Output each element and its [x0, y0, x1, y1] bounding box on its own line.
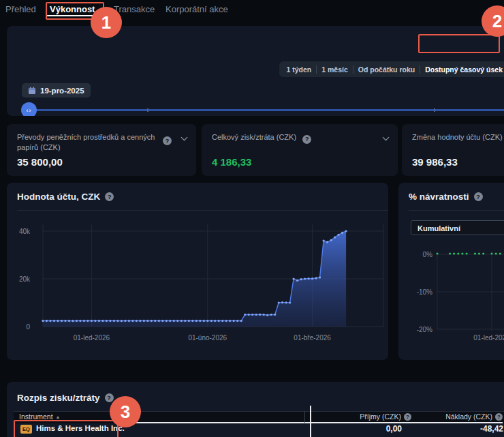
- help-icon[interactable]: ?: [495, 413, 503, 421]
- equity-badge: EQ: [20, 425, 32, 434]
- pnl-table-title-text: Rozpis zisku/ztráty: [17, 393, 100, 403]
- pnl-table-title: Rozpis zisku/ztráty ?: [17, 393, 114, 403]
- summary-card-label-text: Změna hodnoty účtu (CZK): [412, 133, 503, 141]
- summary-card-account-change: Změna hodnoty účtu (CZK) ? 39 986,33: [402, 124, 504, 176]
- range-available-period[interactable]: Dostupný časový úsek: [420, 65, 504, 74]
- column-header-label: Náklady (CZK): [445, 412, 492, 421]
- account-value-chart-card: Hodnota účtu, CZK ? 020k40k01-led-202601…: [7, 183, 388, 360]
- chevron-down-icon[interactable]: [181, 134, 188, 141]
- column-divider: [304, 411, 305, 423]
- sort-ascending-icon: ▲: [56, 415, 61, 419]
- date-slider-handle[interactable]: ‹›: [21, 102, 37, 116]
- column-splitter[interactable]: [310, 406, 311, 437]
- summary-card-label: Převody peněžních prostředků a cenných p…: [17, 132, 157, 153]
- svg-text:01-led-2026: 01-led-2026: [473, 334, 504, 342]
- header-underline: [116, 422, 503, 423]
- svg-text:40k: 40k: [19, 228, 31, 235]
- active-tab-underline: [47, 15, 100, 16]
- svg-text:-20%: -20%: [417, 326, 432, 333]
- svg-text:01-led-2026: 01-led-2026: [74, 334, 110, 342]
- slider-tick-uno: [434, 108, 435, 112]
- column-header-instrument[interactable]: Instrument ▲: [19, 412, 61, 421]
- filter-card: 1 týden 1 měsíc Od počátku roku Dostupný…: [7, 26, 504, 116]
- nav-item-prehled[interactable]: Přehled: [5, 4, 36, 14]
- return-pct-chart-card: % návratnosti ? Kumulativní 0%-10%-20%01…: [398, 183, 504, 360]
- column-header-costs[interactable]: Náklady (CZK) ?: [445, 412, 503, 421]
- divider: [17, 210, 388, 211]
- chart-title: Hodnota účtu, CZK ?: [17, 192, 114, 202]
- svg-text:20k: 20k: [19, 275, 31, 283]
- svg-text:0%: 0%: [423, 251, 433, 258]
- help-icon[interactable]: ?: [163, 136, 172, 145]
- column-header-label: Příjmy (CZK): [360, 412, 401, 421]
- costs-value: -48,42: [480, 424, 503, 434]
- calendar-icon: [28, 87, 36, 95]
- column-header-label: Instrument: [19, 412, 53, 421]
- date-slider-track[interactable]: [27, 109, 504, 111]
- pnl-breakdown-card: Rozpis zisku/ztráty ? Instrument ▲ Příjm…: [7, 382, 504, 437]
- range-ytd[interactable]: Od počátku roku: [353, 65, 420, 74]
- summary-card-label: Celkový zisk/ztráta (CZK) ?: [212, 132, 311, 144]
- svg-text:-10%: -10%: [417, 288, 432, 296]
- time-range-group: 1 týden 1 měsíc Od počátku roku Dostupný…: [279, 61, 504, 77]
- summary-card-label-text: Celkový zisk/ztráta (CZK): [212, 133, 296, 141]
- help-icon[interactable]: ?: [105, 192, 114, 201]
- range-1-week[interactable]: 1 týden: [281, 65, 316, 74]
- account-value-chart: 020k40k01-led-202601-úno-202601-bře-2026: [7, 183, 388, 360]
- return-pct-chart: 0%-10%-20%01-led-2026: [398, 183, 504, 360]
- chart-title-text: Hodnota účtu, CZK: [17, 192, 100, 202]
- summary-card-value: 35 800,00: [17, 156, 63, 168]
- summary-card-total-pnl: Celkový zisk/ztráta (CZK) ? 4 186,33: [202, 124, 398, 176]
- help-icon[interactable]: ?: [105, 393, 114, 402]
- start-date-chip[interactable]: 19-pro-2025: [22, 83, 91, 97]
- summary-card-value: 4 186,33: [212, 156, 251, 168]
- svg-text:0: 0: [26, 323, 30, 331]
- instrument-name[interactable]: Hims & Hers Health Inc.: [36, 424, 125, 432]
- summary-card-value: 39 986,33: [412, 156, 458, 168]
- column-header-income[interactable]: Příjmy (CZK) ?: [360, 412, 411, 421]
- summary-card-label: Změna hodnoty účtu (CZK) ?: [412, 132, 504, 144]
- chevron-down-icon[interactable]: [383, 134, 390, 141]
- nav-item-korporatni-akce[interactable]: Korporátní akce: [166, 4, 228, 14]
- nav-item-transakce[interactable]: Transakce: [114, 4, 155, 14]
- slider-handle-arrows-icon: ‹›: [27, 107, 32, 114]
- svg-text:01-bře-2026: 01-bře-2026: [294, 334, 331, 342]
- help-icon[interactable]: ?: [404, 413, 411, 421]
- help-icon[interactable]: ?: [302, 135, 311, 144]
- svg-text:01-úno-2026: 01-úno-2026: [188, 334, 227, 342]
- summary-card-transfers: Převody peněžních prostředků a cenných p…: [7, 124, 196, 176]
- start-date-label: 19-pro-2025: [40, 87, 84, 95]
- nav-item-vykonnost[interactable]: Výkonnost: [50, 4, 95, 14]
- range-1-month[interactable]: 1 měsíc: [317, 65, 353, 74]
- slider-tick-led: [147, 108, 148, 112]
- income-value: 0,00: [386, 424, 402, 434]
